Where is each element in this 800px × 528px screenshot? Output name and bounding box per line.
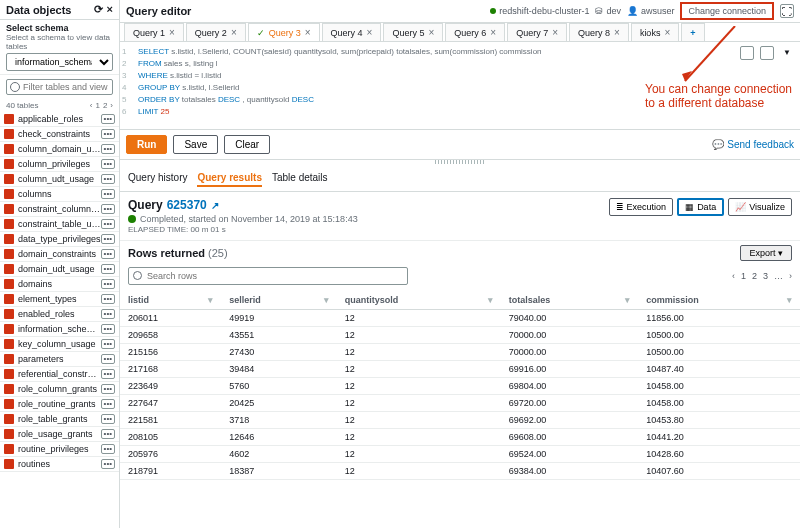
schema-select[interactable]: information_schema (6, 53, 113, 71)
tab-history[interactable]: Query history (128, 170, 187, 187)
more-icon[interactable]: ••• (101, 219, 115, 229)
change-connection-button[interactable]: Change connection (680, 2, 774, 20)
sort-icon[interactable]: ▾ (787, 295, 792, 305)
execution-button[interactable]: ≣Execution (609, 198, 674, 216)
feedback-link[interactable]: 💬Send feedback (712, 135, 794, 154)
close-icon[interactable]: × (490, 27, 496, 38)
table-row[interactable]: 218791183871269384.0010407.60 (120, 463, 800, 480)
table-item[interactable]: domains••• (0, 277, 119, 292)
query-tab[interactable]: Query 5× (383, 23, 443, 41)
query-tab[interactable]: Query 7× (507, 23, 567, 41)
editor-settings-icon[interactable] (740, 46, 754, 60)
more-icon[interactable]: ••• (101, 249, 115, 259)
page-prev-icon[interactable]: ‹ (732, 271, 735, 281)
table-item[interactable]: role_routine_grants••• (0, 397, 119, 412)
close-icon[interactable]: × (552, 27, 558, 38)
sort-icon[interactable]: ▾ (208, 295, 213, 305)
resize-handle[interactable] (435, 160, 485, 164)
query-tab[interactable]: Query 8× (569, 23, 629, 41)
table-row[interactable]: 208105126461269608.0010441.20 (120, 429, 800, 446)
table-item[interactable]: referential_constraints••• (0, 367, 119, 382)
caret-down-icon[interactable]: ▼ (780, 46, 794, 60)
table-item[interactable]: constraint_table_usage••• (0, 217, 119, 232)
more-icon[interactable]: ••• (101, 369, 115, 379)
table-item[interactable]: element_types••• (0, 292, 119, 307)
table-row[interactable]: 22364957601269804.0010458.00 (120, 378, 800, 395)
col-header[interactable]: sellerid▾ (221, 291, 337, 310)
visualize-button[interactable]: 📈Visualize (728, 198, 792, 216)
more-icon[interactable]: ••• (101, 459, 115, 469)
table-row[interactable]: 227647204251269720.0010458.00 (120, 395, 800, 412)
more-icon[interactable]: ••• (101, 159, 115, 169)
clear-button[interactable]: Clear (224, 135, 270, 154)
more-icon[interactable]: ••• (101, 129, 115, 139)
col-header[interactable]: listid▾ (120, 291, 221, 310)
table-row[interactable]: 209658435511270000.0010500.00 (120, 327, 800, 344)
close-icon[interactable]: × (107, 3, 113, 16)
close-icon[interactable]: × (428, 27, 434, 38)
close-icon[interactable]: × (367, 27, 373, 38)
table-item[interactable]: parameters••• (0, 352, 119, 367)
add-tab-button[interactable]: + (681, 23, 704, 41)
expand-icon[interactable]: ⛶ (780, 4, 794, 18)
table-row[interactable]: 22158137181269692.0010453.80 (120, 412, 800, 429)
col-header[interactable]: commission▾ (638, 291, 800, 310)
table-item[interactable]: columns••• (0, 187, 119, 202)
export-button[interactable]: Export ▾ (740, 245, 792, 261)
more-icon[interactable]: ••• (101, 324, 115, 334)
col-header[interactable]: quantitysold▾ (337, 291, 501, 310)
more-icon[interactable]: ••• (101, 264, 115, 274)
query-tab[interactable]: Query 1× (124, 23, 184, 41)
close-icon[interactable]: × (664, 27, 670, 38)
more-icon[interactable]: ••• (101, 174, 115, 184)
more-icon[interactable]: ••• (101, 384, 115, 394)
query-tab[interactable]: Query 2× (186, 23, 246, 41)
more-icon[interactable]: ••• (101, 144, 115, 154)
more-icon[interactable]: ••• (101, 354, 115, 364)
run-button[interactable]: Run (126, 135, 167, 154)
table-row[interactable]: 217168394841269916.0010487.40 (120, 361, 800, 378)
filter-input[interactable] (6, 79, 113, 95)
sort-icon[interactable]: ▾ (625, 295, 630, 305)
query-tab[interactable]: Query 6× (445, 23, 505, 41)
editor-history-icon[interactable] (760, 46, 774, 60)
table-item[interactable]: check_constraints••• (0, 127, 119, 142)
more-icon[interactable]: ••• (101, 429, 115, 439)
close-icon[interactable]: × (614, 27, 620, 38)
search-rows-input[interactable] (128, 267, 408, 285)
table-item[interactable]: domain_udt_usage••• (0, 262, 119, 277)
table-item[interactable]: routines••• (0, 457, 119, 472)
col-header[interactable]: totalsales▾ (501, 291, 639, 310)
table-item[interactable]: data_type_privileges••• (0, 232, 119, 247)
page-next-icon[interactable]: › (110, 101, 113, 110)
table-item[interactable]: routine_privileges••• (0, 442, 119, 457)
table-row[interactable]: 20597646021269524.0010428.60 (120, 446, 800, 463)
data-button[interactable]: ▦Data (677, 198, 724, 216)
table-item[interactable]: domain_constraints••• (0, 247, 119, 262)
more-icon[interactable]: ••• (101, 234, 115, 244)
table-item[interactable]: role_usage_grants••• (0, 427, 119, 442)
table-item[interactable]: constraint_column_usage••• (0, 202, 119, 217)
close-icon[interactable]: × (305, 27, 311, 38)
table-item[interactable]: information_schema_catalog_...••• (0, 322, 119, 337)
sort-icon[interactable]: ▾ (324, 295, 329, 305)
refresh-icon[interactable]: ⟳ (94, 3, 103, 16)
table-row[interactable]: 206011499191279040.0011856.00 (120, 310, 800, 327)
table-item[interactable]: column_udt_usage••• (0, 172, 119, 187)
table-row[interactable]: 215156274301270000.0010500.00 (120, 344, 800, 361)
table-item[interactable]: enabled_roles••• (0, 307, 119, 322)
more-icon[interactable]: ••• (101, 294, 115, 304)
table-item[interactable]: column_privileges••• (0, 157, 119, 172)
close-icon[interactable]: × (231, 27, 237, 38)
query-tab[interactable]: kioks× (631, 23, 679, 41)
more-icon[interactable]: ••• (101, 279, 115, 289)
more-icon[interactable]: ••• (101, 339, 115, 349)
page-next-icon[interactable]: › (789, 271, 792, 281)
more-icon[interactable]: ••• (101, 444, 115, 454)
more-icon[interactable]: ••• (101, 189, 115, 199)
table-item[interactable]: role_table_grants••• (0, 412, 119, 427)
save-button[interactable]: Save (173, 135, 218, 154)
more-icon[interactable]: ••• (101, 399, 115, 409)
more-icon[interactable]: ••• (101, 309, 115, 319)
more-icon[interactable]: ••• (101, 204, 115, 214)
